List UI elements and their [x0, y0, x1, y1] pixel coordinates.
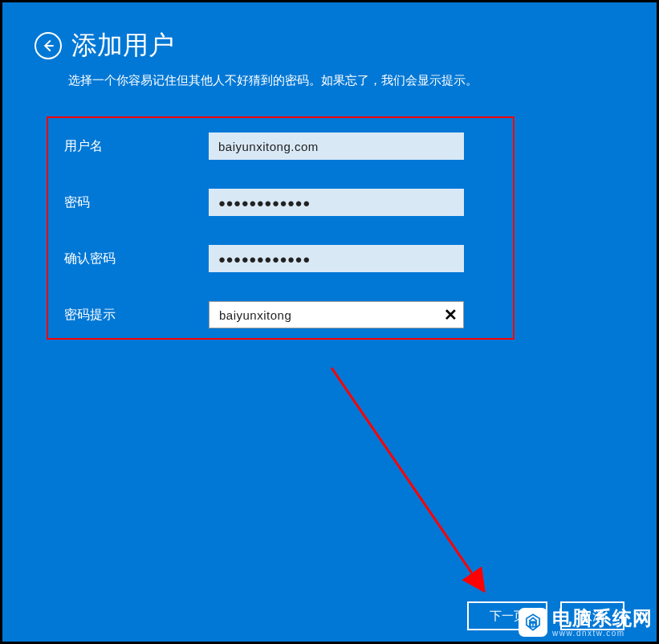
arrow-annotation [323, 360, 564, 612]
confirm-password-row: 确认密码 [64, 245, 497, 272]
clear-hint-button[interactable]: ✕ [441, 306, 459, 324]
page-title: 添加用户 [71, 28, 174, 63]
username-label: 用户名 [64, 138, 209, 155]
hint-input-wrapper: ✕ [209, 301, 464, 328]
header: 添加用户 [2, 2, 657, 63]
password-hint-input[interactable] [209, 301, 464, 328]
username-row: 用户名 [64, 132, 497, 160]
confirm-password-input[interactable] [209, 245, 464, 272]
confirm-password-label: 确认密码 [64, 251, 209, 267]
cancel-button[interactable]: 取消 [560, 601, 624, 630]
add-user-window: 添加用户 选择一个你容易记住但其他人不好猜到的密码。如果忘了，我们会显示提示。 … [2, 2, 657, 642]
back-arrow-icon [41, 39, 55, 53]
svg-line-1 [332, 368, 484, 591]
footer-buttons: 下一页 取消 [467, 601, 624, 630]
page-subtitle: 选择一个你容易记住但其他人不好猜到的密码。如果忘了，我们会显示提示。 [2, 63, 657, 88]
next-button[interactable]: 下一页 [467, 601, 547, 630]
password-row: 密码 [64, 189, 497, 216]
back-button[interactable] [35, 32, 62, 59]
password-hint-row: 密码提示 ✕ [64, 301, 497, 328]
password-hint-label: 密码提示 [64, 307, 209, 324]
close-icon: ✕ [444, 305, 458, 324]
password-input[interactable] [209, 189, 464, 216]
username-input[interactable] [209, 132, 464, 160]
password-label: 密码 [64, 194, 209, 211]
form-annotation-box: 用户名 密码 确认密码 密码提示 ✕ [47, 116, 515, 340]
